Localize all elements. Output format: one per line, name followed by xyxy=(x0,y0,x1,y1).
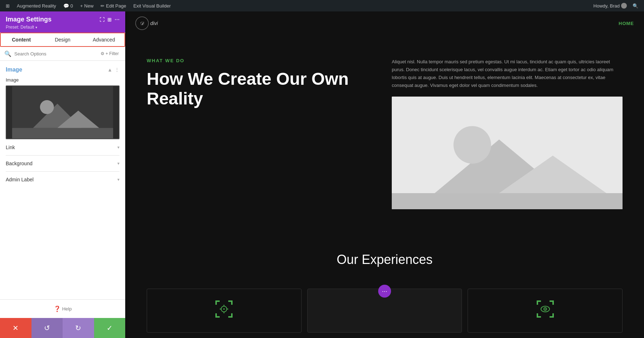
preview-menu: HOME xyxy=(619,21,634,26)
purple-badge: ··· xyxy=(378,285,391,298)
comments-link[interactable]: 💬 0 xyxy=(60,0,76,11)
settings-panel: Image Settings ⛶ ⊞ ⋯ Preset: Default ▾ C… xyxy=(0,11,125,338)
new-link[interactable]: + New xyxy=(77,0,96,11)
preview-section-2: Our Experiences xyxy=(125,238,644,289)
redo-icon: ↻ xyxy=(75,324,81,332)
admin-label-section: Admin Label ▾ xyxy=(6,171,119,187)
search-input[interactable] xyxy=(14,51,96,57)
tab-advanced[interactable]: Advanced xyxy=(83,33,125,46)
svg-point-36 xyxy=(545,309,546,310)
bottom-bar: ✕ ↺ ↻ ✓ xyxy=(0,318,125,338)
section-more-icon[interactable]: ⋮ xyxy=(114,67,119,73)
image-field-label: Image xyxy=(6,77,119,83)
fullscreen-icon[interactable]: ⛶ xyxy=(99,17,104,23)
site-name-label: Augmented Reality xyxy=(17,3,56,9)
undo-icon: ↺ xyxy=(44,324,50,332)
experiences-heading: Our Experiences xyxy=(147,252,623,267)
preview-section-1: WHAT WE DO How We Create Our Own Reality… xyxy=(125,36,644,238)
badge-dots-icon: ··· xyxy=(382,288,387,295)
eyebrow-text: WHAT WE DO xyxy=(147,58,377,63)
svg-rect-31 xyxy=(537,313,538,318)
image-upload-area[interactable] xyxy=(6,85,119,139)
preview-nav: 𝒟 divi HOME xyxy=(125,11,644,35)
svg-rect-17 xyxy=(215,313,217,318)
filter-icon: ⚙ xyxy=(101,51,104,56)
admin-bar-right: Howdy, Brad 🔍 xyxy=(591,0,641,11)
svg-point-10 xyxy=(454,126,491,164)
link-section-arrow-icon: ▾ xyxy=(117,145,119,150)
admin-label-section-header[interactable]: Admin Label ▾ xyxy=(6,177,119,182)
avatar xyxy=(621,3,627,9)
exit-builder-label: Exit Visual Builder xyxy=(133,3,171,9)
preview-content: WHAT WE DO How We Create Our Own Reality… xyxy=(125,11,644,338)
filter-button[interactable]: ⚙ + Filter xyxy=(98,50,121,58)
howdy-link[interactable]: Howdy, Brad xyxy=(591,0,630,11)
search-bar: 🔍 ⚙ + Filter xyxy=(0,47,125,61)
edit-page-link[interactable]: ✏ Edit Page xyxy=(98,0,129,11)
experience-card-1 xyxy=(147,289,302,333)
admin-bar: ⊞ Augmented Reality 💬 0 + New ✏ Edit Pag… xyxy=(0,0,644,11)
howdy-label: Howdy, Brad xyxy=(594,3,620,9)
svg-rect-15 xyxy=(231,300,233,305)
filter-label: + Filter xyxy=(106,51,119,56)
save-icon: ✓ xyxy=(107,324,113,332)
background-section-arrow-icon: ▾ xyxy=(117,161,119,166)
divi-wordmark: divi xyxy=(150,20,158,26)
more-options-icon[interactable]: ⋯ xyxy=(114,17,119,23)
background-section-header[interactable]: Background ▾ xyxy=(6,161,119,166)
divi-logo-svg: 𝒟 xyxy=(135,16,149,30)
panel-title-row: Image Settings ⛶ ⊞ ⋯ xyxy=(6,16,119,23)
ar-target-icon xyxy=(215,300,233,322)
edit-page-label: Edit Page xyxy=(106,3,126,9)
ar-eye-icon xyxy=(536,300,555,322)
panel-tabs: Content Design Advanced xyxy=(0,33,125,47)
image-section-title: Image xyxy=(6,67,22,73)
collapse-icon[interactable]: ▲ xyxy=(107,67,112,73)
preset-selector[interactable]: Preset: Default ▾ xyxy=(6,25,119,30)
preset-arrow-icon: ▾ xyxy=(35,25,37,29)
pencil-icon: ✏ xyxy=(101,3,104,9)
svg-rect-13 xyxy=(215,300,217,305)
image-section-header: Image ▲ ⋮ xyxy=(6,67,119,73)
preview-area: 𝒟 divi HOME WHAT WE DO How We Create Our… xyxy=(125,11,644,338)
preview-image-svg xyxy=(392,97,623,209)
svg-point-21 xyxy=(223,308,225,310)
undo-button[interactable]: ↺ xyxy=(31,318,63,338)
admin-label-section-title: Admin Label xyxy=(6,177,34,182)
save-button[interactable]: ✓ xyxy=(94,318,126,338)
section-icons: ▲ ⋮ xyxy=(107,67,119,73)
svg-rect-19 xyxy=(231,313,233,318)
new-label: + New xyxy=(80,3,93,9)
help-label: Help xyxy=(62,306,72,312)
svg-point-3 xyxy=(40,100,54,114)
comments-count: 0 xyxy=(70,3,73,9)
panel-title-icons: ⛶ ⊞ ⋯ xyxy=(99,17,119,23)
comment-icon: 💬 xyxy=(63,3,69,9)
body-text: Aliquet nisl. Nulla tempor mauris sed pr… xyxy=(392,58,623,89)
preview-menu-item-home[interactable]: HOME xyxy=(619,21,634,26)
site-name-link[interactable]: Augmented Reality xyxy=(14,0,59,11)
panel-header: Image Settings ⛶ ⊞ ⋯ Preset: Default ▾ xyxy=(0,11,125,33)
main-layout: Image Settings ⛶ ⊞ ⋯ Preset: Default ▾ C… xyxy=(0,11,644,338)
cancel-button[interactable]: ✕ xyxy=(0,318,31,338)
preview-right-image xyxy=(392,97,623,209)
preview-col-right: Aliquet nisl. Nulla tempor mauris sed pr… xyxy=(392,58,623,209)
svg-rect-4 xyxy=(12,128,113,138)
wordpress-icon[interactable]: ⊞ xyxy=(3,0,13,11)
preview-col-left: WHAT WE DO How We Create Our Own Reality xyxy=(147,58,377,116)
svg-rect-33 xyxy=(552,313,554,318)
help-button[interactable]: ❓ Help xyxy=(54,305,72,312)
background-section: Background ▾ xyxy=(6,155,119,171)
search-icon: 🔍 xyxy=(4,50,11,57)
search-admin-link[interactable]: 🔍 xyxy=(630,0,641,11)
tab-design[interactable]: Design xyxy=(42,33,83,46)
link-section: Link ▾ xyxy=(6,139,119,155)
columns-icon[interactable]: ⊞ xyxy=(107,17,112,23)
experience-card-2: ··· xyxy=(307,289,462,333)
tab-content[interactable]: Content xyxy=(1,33,42,46)
main-heading: How We Create Our Own Reality xyxy=(147,69,377,108)
exit-builder-link[interactable]: Exit Visual Builder xyxy=(131,0,174,11)
help-icon: ❓ xyxy=(54,305,61,312)
redo-button[interactable]: ↻ xyxy=(63,318,94,338)
link-section-header[interactable]: Link ▾ xyxy=(6,144,119,150)
